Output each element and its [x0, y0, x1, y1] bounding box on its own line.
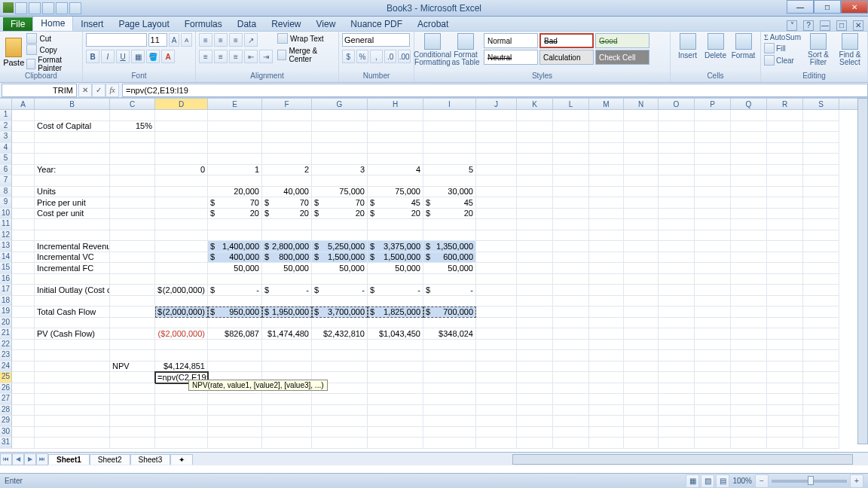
accounting-button[interactable]: $: [342, 50, 355, 63]
cell-L18[interactable]: [553, 296, 589, 307]
cell-G14[interactable]: $1,500,000: [312, 252, 368, 264]
cell-Q8[interactable]: [731, 187, 767, 198]
cell-B3[interactable]: [35, 132, 110, 143]
cell-E2[interactable]: [208, 121, 262, 133]
cell-N23[interactable]: [624, 350, 659, 361]
cell-H20[interactable]: [368, 318, 423, 329]
cell-O28[interactable]: [659, 405, 695, 416]
row-header-15[interactable]: 15: [0, 263, 12, 274]
cell-A18[interactable]: [12, 296, 35, 307]
align-center-button[interactable]: ≡: [214, 50, 228, 63]
cell-K13[interactable]: [517, 241, 553, 252]
cell-P23[interactable]: [695, 350, 731, 361]
cell-J4[interactable]: [476, 143, 517, 154]
cell-H26[interactable]: [368, 383, 423, 395]
cell-P17[interactable]: [695, 285, 731, 296]
row-header-25[interactable]: 25: [0, 372, 12, 383]
cell-S19[interactable]: [803, 307, 839, 318]
cell-G13[interactable]: $5,250,000: [312, 241, 368, 252]
cell-J17[interactable]: [476, 285, 517, 296]
cell-F6[interactable]: 2: [262, 165, 312, 176]
qat-undo-icon[interactable]: [29, 2, 41, 14]
cell-F27[interactable]: [262, 394, 312, 405]
style-check-cell[interactable]: Check Cell: [595, 50, 649, 65]
cell-O20[interactable]: [659, 318, 695, 329]
cell-A14[interactable]: [12, 252, 35, 264]
cell-P10[interactable]: [695, 209, 731, 220]
cell-B31[interactable]: [35, 438, 110, 449]
fill-button[interactable]: Fill: [764, 43, 801, 53]
cell-B29[interactable]: [35, 416, 110, 427]
cell-H31[interactable]: [368, 438, 423, 449]
cell-A16[interactable]: [12, 274, 35, 285]
cell-N4[interactable]: [624, 143, 659, 154]
cell-O1[interactable]: [659, 110, 695, 121]
style-bad[interactable]: Bad: [539, 33, 594, 48]
cell-D31[interactable]: [155, 438, 208, 449]
cell-K1[interactable]: [517, 110, 553, 121]
tab-insert[interactable]: Insert: [73, 17, 111, 31]
cell-C31[interactable]: [110, 438, 155, 449]
cell-F17[interactable]: $-: [262, 285, 312, 296]
cell-J8[interactable]: [476, 187, 517, 198]
cell-J7[interactable]: [476, 175, 517, 187]
cell-M1[interactable]: [589, 110, 624, 121]
row-header-20[interactable]: 20: [0, 318, 12, 329]
cell-O10[interactable]: [659, 209, 695, 220]
cell-E18[interactable]: [208, 296, 262, 307]
cell-D13[interactable]: [155, 241, 208, 252]
cell-R22[interactable]: [767, 340, 803, 351]
cell-B1[interactable]: [35, 110, 110, 121]
col-header-M[interactable]: M: [589, 99, 624, 109]
sheet-tab-3[interactable]: Sheet3: [130, 454, 171, 465]
cell-S1[interactable]: [803, 110, 839, 121]
qat-icon-4[interactable]: [56, 2, 68, 14]
zoom-in-button[interactable]: +: [850, 474, 863, 488]
cell-C1[interactable]: [110, 110, 155, 121]
cell-P25[interactable]: [695, 372, 731, 383]
cell-S26[interactable]: [803, 383, 839, 395]
delete-cells-button[interactable]: Delete: [701, 33, 729, 59]
tab-review[interactable]: Review: [264, 17, 308, 31]
cell-K22[interactable]: [517, 340, 553, 351]
cell-L24[interactable]: [553, 361, 589, 373]
cell-Q24[interactable]: [731, 361, 767, 373]
row-header-2[interactable]: 2: [0, 121, 12, 133]
cell-I19[interactable]: $700,000: [423, 307, 476, 318]
row-header-3[interactable]: 3: [0, 132, 12, 143]
cell-G29[interactable]: [312, 416, 368, 427]
cell-I11[interactable]: [423, 219, 476, 230]
cell-C14[interactable]: [110, 252, 155, 264]
cell-M25[interactable]: [589, 372, 624, 383]
cell-E13[interactable]: $1,400,000: [208, 241, 262, 252]
cell-N13[interactable]: [624, 241, 659, 252]
cell-A15[interactable]: [12, 263, 35, 274]
cell-L13[interactable]: [553, 241, 589, 252]
cell-P26[interactable]: [695, 383, 731, 395]
cell-A23[interactable]: [12, 350, 35, 361]
cell-G5[interactable]: [312, 154, 368, 165]
cell-L31[interactable]: [553, 438, 589, 449]
cell-C3[interactable]: [110, 132, 155, 143]
cell-N9[interactable]: [624, 197, 659, 209]
cell-M8[interactable]: [589, 187, 624, 198]
cell-L21[interactable]: [553, 328, 589, 340]
cell-B27[interactable]: [35, 394, 110, 405]
cell-Q12[interactable]: [731, 230, 767, 242]
cell-G27[interactable]: [312, 394, 368, 405]
cell-I16[interactable]: [423, 274, 476, 285]
sort-filter-button[interactable]: Sort & Filter: [804, 33, 833, 66]
copy-button[interactable]: Copy: [26, 44, 79, 55]
cell-J15[interactable]: [476, 263, 517, 274]
cell-A4[interactable]: [12, 143, 35, 154]
col-header-R[interactable]: R: [767, 99, 803, 109]
cell-P30[interactable]: [695, 427, 731, 438]
row-header-22[interactable]: 22: [0, 340, 12, 351]
cell-K16[interactable]: [517, 274, 553, 285]
cell-D18[interactable]: [155, 296, 208, 307]
cell-R27[interactable]: [767, 394, 803, 405]
cell-I29[interactable]: [423, 416, 476, 427]
shrink-font-button[interactable]: A: [181, 33, 192, 47]
col-header-C[interactable]: C: [110, 99, 155, 109]
cell-K21[interactable]: [517, 328, 553, 340]
